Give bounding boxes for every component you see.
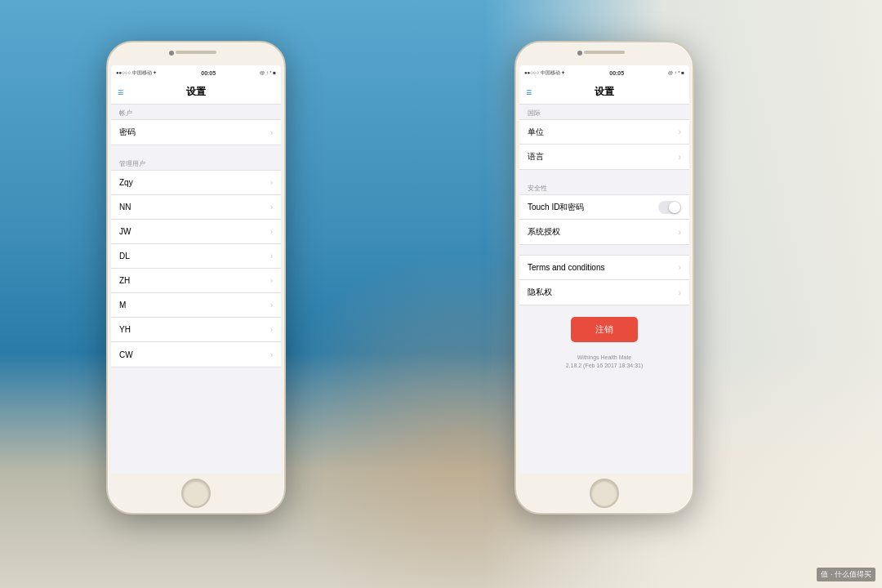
home-button-right[interactable] <box>590 479 619 508</box>
watermark: 值 · 什么值得买 <box>817 568 875 581</box>
chevron-password: › <box>270 128 273 137</box>
touchid-toggle[interactable] <box>658 201 681 214</box>
chevron-yh: › <box>270 325 273 334</box>
time-left: 00:05 <box>201 70 216 76</box>
nav-title-right: 设置 <box>595 85 614 99</box>
list-item-zqy[interactable]: Zqy › <box>111 171 281 195</box>
nav-bar-left: ≡ 设置 <box>111 80 281 105</box>
chevron-dl: › <box>270 252 273 261</box>
spacer-1 <box>111 145 281 155</box>
list-item-zh[interactable]: ZH › <box>111 269 281 293</box>
list-item-terms[interactable]: Terms and conditions › <box>519 256 689 280</box>
menu-icon-right[interactable]: ≡ <box>526 87 532 98</box>
list-item-yh[interactable]: YH › <box>111 318 281 342</box>
chevron-sysauth: › <box>679 228 681 237</box>
list-group-legal: Terms and conditions › 隐私权 › <box>519 255 689 305</box>
chevron-m: › <box>270 301 273 310</box>
status-icons-right: @ ↑ * ■ <box>668 70 684 75</box>
status-bar-right: ●●○○○ 中国移动 ✦ 00:05 @ ↑ * ■ <box>519 65 689 80</box>
carrier-left: ●●○○○ 中国移动 ✦ <box>116 69 157 77</box>
speaker-left <box>176 51 216 54</box>
content-left: 帐户 密码 › 管理用户 Zqy › NN <box>111 105 281 474</box>
list-group-users: Zqy › NN › JW › DL › <box>111 170 281 368</box>
chevron-zh: › <box>270 276 273 285</box>
version-info: Withings Health Mate 2.18.2 (Feb 16 2017… <box>519 354 689 370</box>
list-item-nn[interactable]: NN › <box>111 195 281 220</box>
phone-left: ●●○○○ 中国移动 ✦ 00:05 @ ↑ * ■ ≡ 设置 帐户 密码 <box>106 41 286 514</box>
list-item-language[interactable]: 语言 › <box>519 145 689 169</box>
version-line1: Withings Health Mate <box>519 354 689 362</box>
chevron-privacy: › <box>679 288 681 297</box>
chevron-cw: › <box>270 350 273 359</box>
list-item-unit[interactable]: 单位 › <box>519 120 689 145</box>
chevron-jw: › <box>270 227 273 236</box>
screen-right: ●●○○○ 中国移动 ✦ 00:05 @ ↑ * ■ ≡ 设置 国际 单位 <box>519 65 689 474</box>
phone-left-body: ●●○○○ 中国移动 ✦ 00:05 @ ↑ * ■ ≡ 设置 帐户 密码 <box>106 41 286 514</box>
chevron-zqy: › <box>270 178 273 187</box>
nav-title-left: 设置 <box>186 85 206 99</box>
menu-icon-left[interactable]: ≡ <box>118 87 123 98</box>
list-group-account: 密码 › <box>111 119 281 145</box>
screen-left: ●●○○○ 中国移动 ✦ 00:05 @ ↑ * ■ ≡ 设置 帐户 密码 <box>111 65 281 474</box>
phone-right: ●●○○○ 中国移动 ✦ 00:05 @ ↑ * ■ ≡ 设置 国际 单位 <box>514 41 694 514</box>
list-item-privacy[interactable]: 隐私权 › <box>519 280 689 305</box>
section-header-intl: 国际 <box>519 105 689 119</box>
spacer-r2 <box>519 245 689 255</box>
content-right: 国际 单位 › 语言 › 安全性 Touch ID和密码 <box>519 105 689 474</box>
status-icons-left: @ ↑ * ■ <box>260 70 276 75</box>
list-item-jw[interactable]: JW › <box>111 220 281 244</box>
section-header-account: 帐户 <box>111 105 281 119</box>
list-item-dl[interactable]: DL › <box>111 244 281 269</box>
chevron-terms: › <box>679 263 681 272</box>
chevron-language: › <box>679 153 681 162</box>
section-header-users: 管理用户 <box>111 155 281 170</box>
list-item-touchid[interactable]: Touch ID和密码 <box>519 195 689 220</box>
list-item-password[interactable]: 密码 › <box>111 120 281 145</box>
list-item-cw[interactable]: CW › <box>111 342 281 367</box>
nav-bar-right: ≡ 设置 <box>519 80 689 105</box>
phone-right-body: ●●○○○ 中国移动 ✦ 00:05 @ ↑ * ■ ≡ 设置 国际 单位 <box>514 41 694 514</box>
status-bar-left: ●●○○○ 中国移动 ✦ 00:05 @ ↑ * ■ <box>111 65 281 80</box>
camera-left <box>169 51 174 56</box>
carrier-right: ●●○○○ 中国移动 ✦ <box>524 69 565 77</box>
list-group-intl: 单位 › 语言 › <box>519 119 689 170</box>
spacer-r1 <box>519 170 689 180</box>
list-item-sysauth[interactable]: 系统授权 › <box>519 220 689 244</box>
list-item-m[interactable]: M › <box>111 293 281 318</box>
toggle-knob <box>669 202 680 213</box>
section-header-security: 安全性 <box>519 180 689 194</box>
chevron-unit: › <box>679 127 681 136</box>
home-button-left[interactable] <box>181 479 211 508</box>
version-line2: 2.18.2 (Feb 16 2017 18:34:31) <box>519 362 689 370</box>
chevron-nn: › <box>270 203 273 212</box>
time-right: 00:05 <box>609 70 624 76</box>
logout-button[interactable]: 注销 <box>571 317 638 342</box>
list-group-security: Touch ID和密码 系统授权 › <box>519 194 689 245</box>
camera-right <box>577 51 582 56</box>
speaker-right <box>584 51 625 54</box>
